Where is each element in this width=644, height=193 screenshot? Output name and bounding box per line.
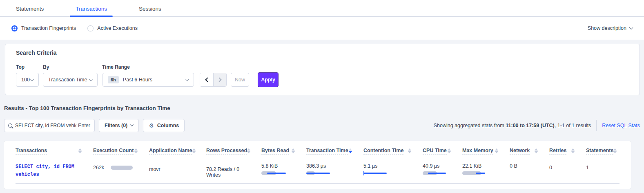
view-toggle-bar: Transaction Fingerprints Active Executio… [0,17,644,40]
show-description-toggle[interactable]: Show description [588,25,633,31]
divider [596,120,597,131]
cell-cpu-time: 40.9 µs [423,163,462,178]
sort-icon[interactable] [134,148,138,153]
sort-icon[interactable] [571,148,575,153]
page-body: Search Criteria Top By Time Range 100 Tr… [0,40,644,193]
cell-transaction-time: 386.3 µs [306,163,363,178]
col-header-contention-time[interactable]: Contention Time [363,148,423,155]
tab-transactions[interactable]: Transactions [70,6,113,16]
table-header-row: Transactions Execution Count Application… [16,144,631,155]
col-header-cpu-time[interactable]: CPU Time [423,148,462,155]
radio-transaction-fingerprints[interactable]: Transaction Fingerprints [11,25,76,31]
reset-sql-stats-link[interactable]: Reset SQL Stats [602,123,640,128]
top-select[interactable]: 100 [16,73,39,87]
time-range-label: Time Range [102,64,130,70]
results-controls: Enter Filters (0) ⚙ Columns Showing aggr… [4,119,640,132]
col-header-network[interactable]: Network [510,148,549,155]
sort-icon[interactable] [292,148,295,153]
col-header-transactions[interactable]: Transactions [16,148,93,155]
search-icon [8,123,12,128]
chevron-down-icon [89,77,93,81]
col-header-retries[interactable]: Retries [549,148,586,155]
cell-transaction-fingerprint[interactable]: SELECT city, id FROMvehicles [16,163,93,178]
columns-button[interactable]: ⚙ Columns [143,119,185,132]
search-criteria-title: Search Criteria [16,49,640,56]
chevron-down-icon [185,77,189,81]
tab-statements[interactable]: Statements [10,6,49,16]
show-description-label: Show description [588,25,626,31]
col-header-application-name[interactable]: Application Name [149,148,206,155]
filters-button[interactable]: Filters (0) [99,119,139,132]
chevron-left-icon [205,77,209,82]
by-select-value: Transaction Time [48,77,87,83]
max-memory-bar [462,171,498,175]
sort-icon[interactable] [613,148,617,153]
time-range-select[interactable]: 6h Past 6 Hours [103,73,194,87]
col-header-statements[interactable]: Statements [586,148,623,155]
cell-contention-time: 5.1 µs [363,163,423,178]
sort-icon[interactable] [535,148,538,153]
cell-application-name: movr [149,163,206,178]
cell-retries: 0 [549,163,586,178]
transactions-table: Transactions Execution Count Application… [4,141,631,189]
sort-icon[interactable] [495,148,498,153]
col-header-bytes-read[interactable]: Bytes Read [261,148,306,155]
by-select[interactable]: Transaction Time [43,73,98,87]
gear-icon: ⚙ [149,122,154,129]
cpu-time-bar [423,171,451,175]
time-next-button[interactable] [213,73,226,86]
time-prev-button[interactable] [200,73,213,86]
aggregated-stats: Showing aggregated stats from 11:00 to 1… [434,120,640,131]
divider [16,183,619,184]
time-step-group [200,73,227,87]
radio-active-executions[interactable]: Active Executions [87,25,138,31]
radio-selected-icon [11,25,18,31]
tab-sessions[interactable]: Sessions [133,6,167,16]
sort-icon[interactable] [192,148,196,153]
top-label: Top [16,64,43,70]
time-range-value: Past 6 Hours [123,77,152,83]
sort-icon[interactable] [448,148,451,153]
cell-statements: 1 [586,163,623,178]
results-heading: Results - Top 100 Transaction Fingerprin… [4,105,644,111]
contention-time-bar [363,171,411,175]
search-criteria-card: Search Criteria Top By Time Range 100 Tr… [5,44,640,95]
cell-bytes-read: 5.8 KiB [261,163,306,178]
search-input[interactable] [15,123,76,128]
columns-label: Columns [157,123,179,128]
filters-label: Filters (0) [105,123,127,128]
cell-rows-processed: 78.2 Reads / 0 Writes [206,163,261,178]
execution-count-bar [111,166,133,170]
chevron-right-icon [217,77,221,82]
top-select-value: 100 [21,77,30,83]
now-button[interactable]: Now [231,73,249,87]
radio-label: Transaction Fingerprints [21,25,76,31]
chevron-down-icon [30,77,34,81]
chevron-down-icon [130,123,134,126]
cell-network: 0 B [510,163,549,178]
col-header-execution-count[interactable]: Execution Count [93,148,149,155]
search-criteria-labels: Top By Time Range [16,64,640,70]
enter-button[interactable]: Enter [78,123,90,128]
time-range-badge: 6h [108,76,119,83]
col-header-transaction-time[interactable]: Transaction Time [306,148,363,155]
col-header-max-memory[interactable]: Max Memory [462,148,510,155]
radio-unselected-icon [87,25,94,31]
sql-statement-link[interactable]: SELECT city, id FROMvehicles [16,163,82,178]
sort-icon[interactable] [408,148,411,153]
chevron-down-icon [629,25,633,29]
radio-label: Active Executions [97,25,138,31]
sort-icon[interactable] [247,148,250,153]
sql-search-box: Enter [4,119,95,132]
by-label: By [43,64,102,70]
page-tabs: Statements Transactions Sessions [0,0,644,17]
col-header-rows-processed[interactable]: Rows Processed [206,148,261,155]
transaction-time-bar [306,171,352,175]
sort-icon-descending[interactable] [349,148,352,153]
apply-button[interactable]: Apply [258,72,279,87]
stats-text: Showing aggregated stats from 11:00 to 1… [434,123,591,128]
table-row: SELECT city, id FROMvehicles 262k movr 7… [16,158,631,178]
cell-max-memory: 22.1 KiB [462,163,510,178]
cell-execution-count: 262k [93,163,149,178]
sort-icon[interactable] [78,148,82,153]
